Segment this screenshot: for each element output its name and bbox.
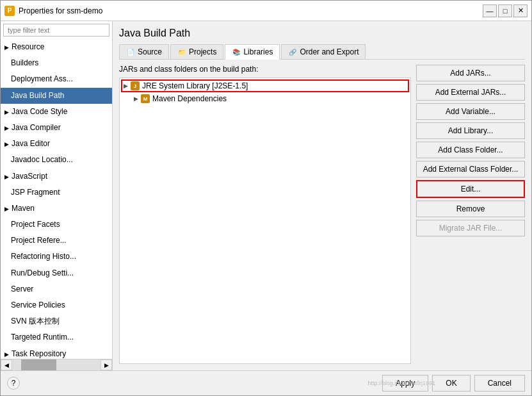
sidebar-item-server[interactable]: Server: [1, 281, 112, 297]
sidebar-item-builders[interactable]: Builders: [1, 55, 112, 71]
maven-icon: M: [141, 94, 150, 103]
cancel-button[interactable]: Cancel: [474, 375, 525, 392]
sidebar-item-javascript[interactable]: ▶JavaScript: [1, 169, 112, 185]
jre-library-label: JRE System Library [J2SE-1.5]: [142, 81, 248, 90]
arrow-icon: ▶: [4, 140, 9, 149]
jars-list: ▶ J JRE System Library [J2SE-1.5] ▶ M Ma…: [119, 78, 411, 364]
tab-source[interactable]: 📄 Source: [119, 44, 169, 59]
sidebar-scrollbar: ◀ ▶: [1, 359, 112, 370]
add-jars-button[interactable]: Add JARs...: [416, 65, 525, 81]
add-external-jars-button[interactable]: Add External JARs...: [416, 84, 525, 101]
tab-order-and-export[interactable]: 🔗 Order and Export: [281, 44, 366, 59]
sidebar-item-service-policies[interactable]: Service Policies: [1, 297, 112, 313]
edit-button[interactable]: Edit...: [416, 180, 525, 198]
sidebar-item-deployment[interactable]: Deployment Ass...: [1, 71, 112, 87]
sidebar-item-refactoring[interactable]: Refactoring Histo...: [1, 249, 112, 265]
properties-window: P Properties for ssm-demo — □ ✕ ▶Resourc…: [0, 0, 532, 396]
arrow-icon: ▶: [4, 204, 9, 213]
help-button[interactable]: ?: [7, 377, 20, 390]
jar-arrow-icon: ▶: [124, 83, 128, 89]
sidebar-item-java-compiler[interactable]: ▶Java Compiler: [1, 120, 112, 136]
main-panel: Java Build Path 📄 Source 📁 Projects 📚 Li…: [113, 21, 531, 370]
content-area: ▶Resource Builders Deployment Ass... Jav…: [1, 21, 531, 370]
sidebar-item-javadoc[interactable]: Javadoc Locatio...: [1, 152, 112, 168]
projects-tab-icon: 📁: [177, 47, 186, 56]
scroll-left-arrow[interactable]: ◀: [1, 359, 12, 370]
arrow-icon: ▶: [4, 172, 9, 181]
page-title: Java Build Path: [119, 28, 525, 39]
tab-projects[interactable]: 📁 Projects: [170, 44, 223, 59]
jre-library-item[interactable]: ▶ J JRE System Library [J2SE-1.5]: [121, 79, 409, 92]
sidebar-item-targeted-runtime[interactable]: Targeted Runtim...: [1, 329, 112, 345]
sidebar: ▶Resource Builders Deployment Ass... Jav…: [1, 21, 113, 370]
sidebar-item-maven[interactable]: ▶Maven: [1, 201, 112, 217]
bottom-bar: ? http://blog.csdn.net/lrj1991 Apply OK …: [1, 370, 531, 395]
sidebar-item-java-editor[interactable]: ▶Java Editor: [1, 136, 112, 152]
arrow-icon: ▶: [4, 124, 9, 133]
sidebar-item-run-debug[interactable]: Run/Debug Setti...: [1, 265, 112, 281]
migrate-jar-button: Migrate JAR File...: [416, 220, 525, 236]
sidebar-item-jsp[interactable]: JSP Fragment: [1, 185, 112, 201]
sidebar-item-task-repository[interactable]: ▶Task Repository: [1, 346, 112, 359]
add-variable-button[interactable]: Add Variable...: [416, 103, 525, 120]
arrow-icon: ▶: [4, 108, 9, 117]
arrow-icon: ▶: [4, 43, 9, 52]
add-external-class-folder-button[interactable]: Add External Class Folder...: [416, 161, 525, 177]
sidebar-item-resource[interactable]: ▶Resource: [1, 39, 112, 55]
minimize-button[interactable]: —: [483, 4, 497, 17]
title-bar-buttons: — □ ✕: [483, 4, 528, 17]
order-tab-icon: 🔗: [288, 47, 297, 56]
sidebar-item-java-code-style[interactable]: ▶Java Code Style: [1, 104, 112, 120]
title-bar: P Properties for ssm-demo — □ ✕: [1, 1, 531, 21]
jar-icon: J: [131, 81, 140, 90]
watermark: http://blog.csdn.net/lrj1991: [367, 380, 435, 386]
close-button[interactable]: ✕: [513, 4, 528, 17]
sidebar-item-java-build-path[interactable]: Java Build Path: [1, 88, 112, 104]
jars-section: JARs and class folders on the build path…: [119, 65, 411, 364]
tab-source-label: Source: [138, 47, 162, 56]
sidebar-item-project-references[interactable]: Project Refere...: [1, 233, 112, 249]
tabs-bar: 📄 Source 📁 Projects 📚 Libraries 🔗 Order …: [119, 44, 525, 60]
maven-label: Maven Dependencies: [152, 94, 227, 103]
source-tab-icon: 📄: [126, 47, 135, 56]
sidebar-list: ▶Resource Builders Deployment Ass... Jav…: [1, 39, 112, 359]
tab-libraries[interactable]: 📚 Libraries: [225, 44, 280, 60]
add-library-button[interactable]: Add Library...: [416, 122, 525, 139]
maximize-button[interactable]: □: [498, 4, 512, 17]
sidebar-item-svn[interactable]: SVN 版本控制: [1, 313, 112, 329]
buttons-panel: Add JARs... Add External JARs... Add Var…: [416, 65, 525, 364]
remove-button[interactable]: Remove: [416, 201, 525, 217]
tab-projects-label: Projects: [189, 47, 216, 56]
maven-dependencies-item[interactable]: ▶ M Maven Dependencies: [121, 92, 409, 105]
scroll-right-arrow[interactable]: ▶: [101, 359, 112, 370]
window-title: Properties for ssm-demo: [19, 6, 483, 15]
sidebar-item-project-facets[interactable]: Project Facets: [1, 217, 112, 233]
libraries-tab-icon: 📚: [232, 47, 241, 56]
ok-button[interactable]: OK: [432, 375, 470, 392]
maven-arrow-icon: ▶: [134, 95, 138, 102]
tab-libraries-label: Libraries: [243, 47, 273, 56]
scroll-thumb: [21, 359, 56, 370]
add-class-folder-button[interactable]: Add Class Folder...: [416, 142, 525, 158]
tab-order-label: Order and Export: [300, 47, 359, 56]
bottom-left: ?: [7, 377, 20, 390]
arrow-icon: ▶: [4, 350, 9, 359]
scroll-track[interactable]: [12, 359, 101, 370]
filter-input[interactable]: [3, 24, 109, 37]
window-icon: P: [4, 6, 15, 16]
build-path-content: JARs and class folders on the build path…: [119, 65, 525, 364]
jars-label: JARs and class folders on the build path…: [119, 65, 411, 74]
